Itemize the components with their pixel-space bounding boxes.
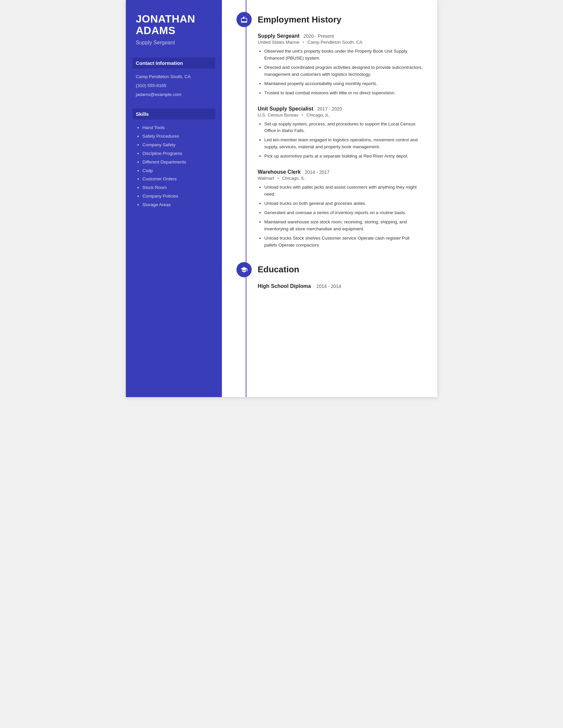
bullet-0-2: Maintained property accountability using… xyxy=(264,80,423,87)
skill-hand-tools: Hand Tools xyxy=(142,125,212,131)
job-header-0: Supply Sergeant 2020 - Present xyxy=(258,33,423,39)
candidate-title: Supply Sergeant xyxy=(136,40,212,46)
bullet-0-3: Trusted to lead combat missions with lit… xyxy=(264,90,423,97)
edu-degree-0: High School Diploma xyxy=(258,283,311,289)
bullet-0-0: Observed the unit's property books under… xyxy=(264,48,423,62)
job-bullets-0: Observed the unit's property books under… xyxy=(258,48,423,97)
job-company-1: U.S. Census Bureau • Chicago, IL xyxy=(258,113,423,117)
skill-company-safety: Company Safety xyxy=(142,142,212,148)
skill-csdp: Csdp xyxy=(142,168,212,174)
job-header-2: Warehouse Clerk 2014 - 2017 xyxy=(258,169,423,175)
job-company-0: United States Marine • Camp Pendleton So… xyxy=(258,40,423,45)
skill-discipline-programs: Discipline Programs xyxy=(142,151,212,157)
job-title-2: Warehouse Clerk xyxy=(258,169,301,175)
edu-dates-0: 2014 - 2014 xyxy=(316,284,341,289)
briefcase-icon xyxy=(236,12,252,27)
job-block-2: Warehouse Clerk 2014 - 2017 Walmart • Ch… xyxy=(236,169,423,249)
employment-header-row: Employment History xyxy=(236,12,423,27)
skills-header: Skills xyxy=(132,109,215,119)
bullet-0-1: Directed and coordinated program activit… xyxy=(264,64,423,78)
employment-title: Employment History xyxy=(258,15,342,25)
bullet-1-2: Pick up automotive parts at a separate b… xyxy=(264,153,423,160)
employment-section: Employment History Supply Sergeant 2020 … xyxy=(236,12,423,249)
main-content: Employment History Supply Sergeant 2020 … xyxy=(222,0,437,397)
education-title: Education xyxy=(258,264,300,275)
sidebar: JONATHAN ADAMS Supply Sergeant Contact I… xyxy=(126,0,222,397)
job-dates-2: 2014 - 2017 xyxy=(305,169,330,175)
education-section: Education High School Diploma 2014 - 201… xyxy=(236,262,423,289)
job-dates-1: 2017 - 2020 xyxy=(317,106,342,112)
edu-block-0: High School Diploma 2014 - 2014 xyxy=(236,283,423,289)
job-title-0: Supply Sergeant xyxy=(258,33,300,39)
skill-stock-room: Stock Room xyxy=(142,185,212,191)
skill-safety-procedures: Safety Procedures xyxy=(142,133,212,140)
graduation-svg xyxy=(240,266,248,273)
bullet-1-0: Set up supply system, process, and proce… xyxy=(264,121,423,135)
skill-customer-orders: Customer Orders xyxy=(142,176,212,182)
job-block-1: Unit Supply Specialist 2017 - 2020 U.S. … xyxy=(236,106,423,160)
bullet-2-1: Unload trucks on both general and grocer… xyxy=(264,200,423,207)
skill-storage-areas: Storage Areas xyxy=(142,202,212,208)
bullet-2-4: Unload trucks Stock shelves Customer ser… xyxy=(264,235,423,249)
job-header-1: Unit Supply Specialist 2017 - 2020 xyxy=(258,106,423,112)
bullet-2-3: Maintained warehouse size stock room; re… xyxy=(264,219,423,233)
skills-section: Skills Hand Tools Safety Procedures Comp… xyxy=(136,109,212,208)
job-bullets-2: Unload trucks with pallet jacks and assi… xyxy=(258,184,423,249)
job-block-0: Supply Sergeant 2020 - Present United St… xyxy=(236,33,423,97)
skill-company-policies: Company Policies xyxy=(142,193,212,200)
contact-location: Camp Pendleton South, CA xyxy=(136,74,212,80)
skills-list: Hand Tools Safety Procedures Company Saf… xyxy=(136,125,212,208)
contact-header: Contact Information xyxy=(132,58,215,68)
bullet-2-2: Generated and oversaw a series of invent… xyxy=(264,209,423,216)
job-title-1: Unit Supply Specialist xyxy=(258,106,313,112)
contact-email: jadams@example.com xyxy=(136,92,212,98)
bullet-2-0: Unload trucks with pallet jacks and assi… xyxy=(264,184,423,198)
contact-phone: (310) 555-8165 xyxy=(136,83,212,89)
bullet-1-1: Led ten-member team engaged in logistics… xyxy=(264,137,423,151)
job-company-2: Walmart • Chicago, IL xyxy=(258,176,423,181)
education-header-row: Education xyxy=(236,262,423,277)
candidate-name: JONATHAN ADAMS xyxy=(136,13,212,36)
job-bullets-1: Set up supply system, process, and proce… xyxy=(258,121,423,160)
briefcase-svg xyxy=(240,16,248,23)
skill-different-departments: Different Departments xyxy=(142,159,212,165)
graduation-icon xyxy=(236,262,252,277)
resume-container: JONATHAN ADAMS Supply Sergeant Contact I… xyxy=(126,0,437,397)
job-dates-0: 2020 - Present xyxy=(304,33,334,39)
